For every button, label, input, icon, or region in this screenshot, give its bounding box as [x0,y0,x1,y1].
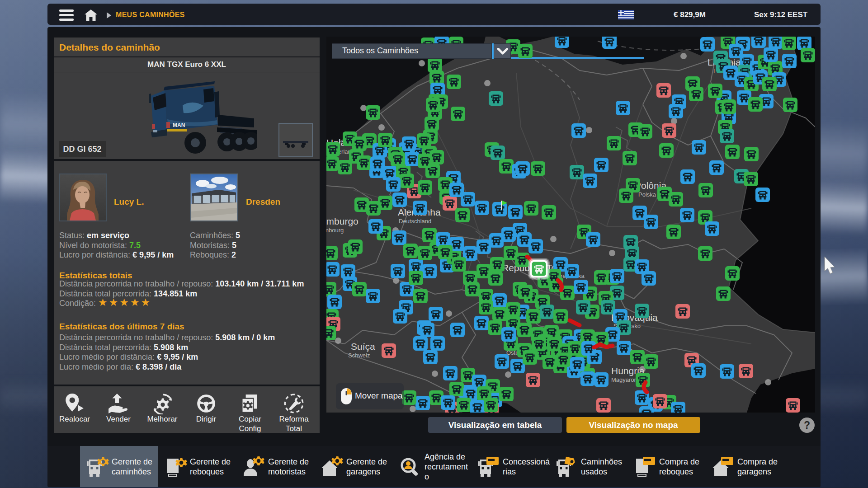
svg-text:Deutschland: Deutschland [399,218,431,225]
svg-text:MAN: MAN [173,122,185,128]
svg-text:Schweiz: Schweiz [348,352,370,359]
svg-text:Luxemburgo: Luxemburgo [326,216,359,226]
svg-text:Suíça: Suíça [351,341,375,352]
svg-text:Polska: Polska [638,191,656,198]
svg-text:Luxembourg: Luxembourg [326,227,344,234]
